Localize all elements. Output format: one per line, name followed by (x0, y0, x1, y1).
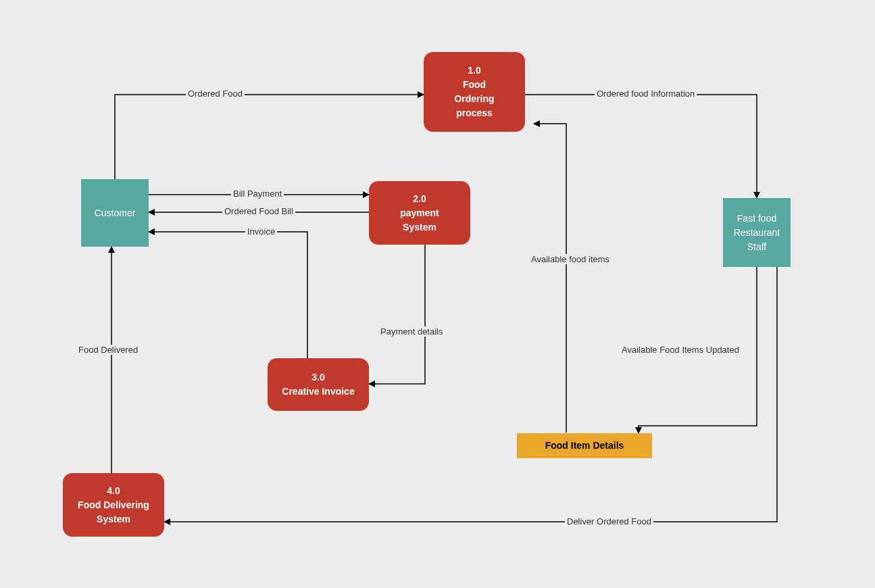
staff-line1: Fast food (737, 212, 776, 226)
process-2: 2.0 payment System (369, 181, 470, 245)
entity-customer: Customer (81, 179, 149, 247)
p1-l1: Food (463, 78, 486, 92)
p4-num: 4.0 (107, 484, 120, 498)
entity-customer-label: Customer (95, 206, 136, 220)
p1-l2: Ordering (454, 92, 494, 106)
process-3: 3.0 Creative Invoice (268, 358, 369, 411)
label-bill-payment: Bill Payment (231, 189, 284, 199)
edge-payment-details (369, 245, 425, 384)
datastore-food-items: Food Item Details (517, 433, 652, 458)
edge-available-items (534, 124, 566, 433)
label-ordered-food: Ordered Food (186, 89, 245, 99)
edge-ordered-info (525, 95, 757, 198)
edge-deliver-food (164, 267, 777, 522)
staff-line3: Staff (747, 240, 767, 254)
staff-line2: Restaurant (734, 226, 780, 240)
edge-ordered-food (115, 95, 424, 179)
edge-invoice (149, 232, 307, 358)
process-1: 1.0 Food Ordering process (424, 52, 525, 132)
label-food-delivered: Food Delivered (76, 345, 140, 355)
store-label: Food Item Details (545, 439, 624, 453)
p2-num: 2.0 (413, 192, 426, 206)
p3-num: 3.0 (311, 370, 324, 385)
p1-l3: process (456, 106, 493, 120)
p1-num: 1.0 (468, 64, 480, 78)
process-4: 4.0 Food Delivering System (63, 473, 164, 537)
label-invoice: Invoice (245, 226, 277, 237)
label-deliver-food: Deliver Ordered Food (565, 516, 653, 526)
label-payment-details: Payment details (378, 326, 445, 337)
entity-staff: Fast food Restaurant Staff (723, 198, 791, 267)
p3-l1: Creative Invoice (282, 385, 354, 399)
label-ordered-info: Ordered food Information (595, 89, 697, 99)
dfd-canvas: Customer Fast food Restaurant Staff 1.0 … (0, 0, 875, 588)
label-ordered-bill: Ordered Food Bill (222, 206, 295, 216)
p4-l2: System (97, 512, 130, 526)
label-available-updated: Available Food Items Updated (620, 345, 741, 355)
p4-l1: Food Delivering (78, 498, 149, 512)
p2-l1: payment (400, 206, 439, 220)
label-available-items: Available food items (529, 254, 611, 264)
p2-l2: System (403, 220, 436, 235)
